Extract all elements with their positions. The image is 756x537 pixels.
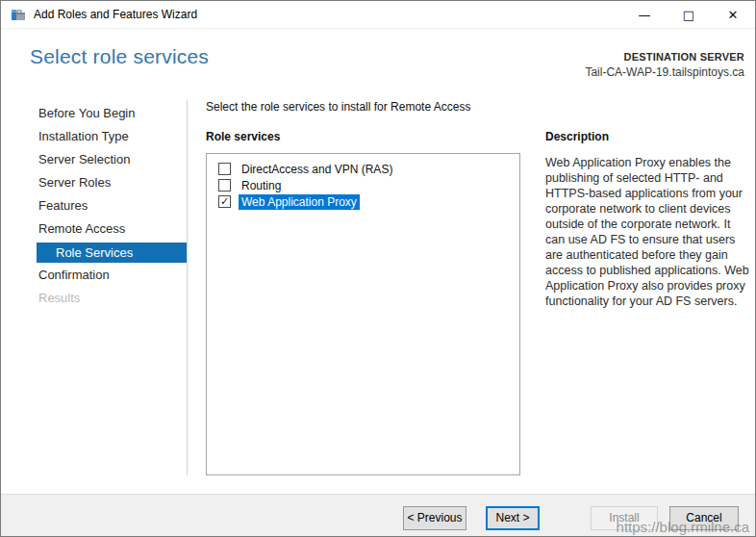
page-title: Select role services: [30, 45, 209, 68]
checkbox-routing[interactable]: [218, 179, 231, 192]
role-service-label[interactable]: Routing: [239, 178, 284, 193]
sidebar-item-server-selection[interactable]: Server Selection: [1, 148, 187, 171]
wizard-app-icon: [11, 7, 26, 22]
role-service-label-selected[interactable]: Web Application Proxy: [239, 194, 360, 210]
list-item[interactable]: ✓ Web Application Proxy: [218, 193, 519, 210]
sidebar-item-role-services[interactable]: Role Services: [37, 243, 187, 263]
footer-bar: < Previous Next > Install Cancel: [1, 494, 755, 536]
sidebar-item-results: Results: [1, 287, 187, 310]
role-service-label[interactable]: DirectAccess and VPN (RAS): [239, 162, 395, 177]
sidebar-item-server-roles[interactable]: Server Roles: [1, 171, 187, 194]
description-title: Description: [545, 130, 609, 143]
sidebar-divider: [187, 100, 188, 475]
window-controls: — □ ✕: [622, 1, 755, 28]
role-services-listbox[interactable]: DirectAccess and VPN (RAS) Routing ✓ Web…: [206, 153, 520, 475]
instruction-text: Select the role services to install for …: [206, 100, 470, 114]
maximize-icon[interactable]: □: [667, 1, 711, 28]
description-text: Web Application Proxy enables the publis…: [545, 155, 749, 309]
previous-button[interactable]: < Previous: [403, 506, 466, 530]
next-button[interactable]: Next >: [486, 506, 540, 530]
checkbox-web-application-proxy[interactable]: ✓: [218, 195, 231, 208]
checkbox-directaccess-vpn[interactable]: [218, 163, 231, 175]
sidebar-item-features[interactable]: Features: [1, 194, 187, 217]
list-item[interactable]: Routing: [218, 177, 519, 193]
minimize-icon[interactable]: —: [622, 1, 667, 28]
window-title: Add Roles and Features Wizard: [34, 8, 197, 21]
role-services-label: Role services: [206, 130, 280, 143]
destination-server-label: DESTINATION SERVER: [585, 51, 744, 63]
wizard-steps-sidebar: Before You Begin Installation Type Serve…: [1, 102, 187, 310]
sidebar-item-before-you-begin[interactable]: Before You Begin: [1, 102, 187, 125]
install-button: Install: [591, 506, 658, 530]
sidebar-item-remote-access[interactable]: Remote Access: [1, 217, 187, 241]
cancel-button[interactable]: Cancel: [669, 506, 739, 530]
title-bar: Add Roles and Features Wizard — □ ✕: [1, 1, 755, 29]
sidebar-item-installation-type[interactable]: Installation Type: [1, 125, 187, 148]
sidebar-item-confirmation[interactable]: Confirmation: [1, 264, 187, 287]
close-icon[interactable]: ✕: [711, 1, 755, 28]
destination-server-name: Tail-CA-WAP-19.tailspintoys.ca: [585, 65, 744, 79]
list-item[interactable]: DirectAccess and VPN (RAS): [218, 161, 519, 177]
wizard-window: Add Roles and Features Wizard — □ ✕ Sele…: [0, 0, 756, 537]
destination-server-block: DESTINATION SERVER Tail-CA-WAP-19.tailsp…: [585, 51, 744, 79]
